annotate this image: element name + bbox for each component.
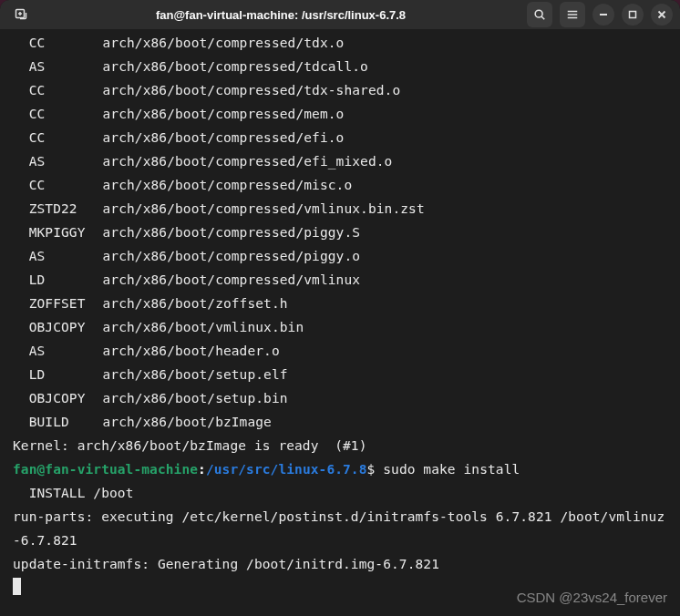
kernel-ready-line: Kernel: arch/x86/boot/bzImage is ready (… bbox=[13, 434, 667, 457]
build-tag: OBJCOPY bbox=[29, 315, 95, 339]
build-output-line: BUILD arch/x86/boot/bzImage bbox=[13, 410, 667, 434]
build-output-line: AS arch/x86/boot/compressed/efi_mixed.o bbox=[13, 149, 667, 173]
output-line: INSTALL /boot bbox=[13, 481, 667, 505]
hamburger-menu-button[interactable] bbox=[560, 2, 585, 27]
prompt-sep: $ bbox=[367, 462, 384, 477]
build-tag: CC bbox=[29, 31, 95, 55]
build-path: arch/x86/boot/compressed/misc.o bbox=[103, 178, 353, 192]
build-output-line: OBJCOPY arch/x86/boot/setup.bin bbox=[13, 386, 667, 410]
build-output-line: AS arch/x86/boot/header.o bbox=[13, 339, 667, 363]
build-output-line: ZSTD22 arch/x86/boot/compressed/vmlinux.… bbox=[13, 197, 667, 221]
build-output-line: AS arch/x86/boot/compressed/tdcall.o bbox=[13, 55, 667, 78]
cursor-line bbox=[13, 576, 667, 600]
output-line: run-parts: executing /etc/kernel/postins… bbox=[13, 505, 667, 552]
minimize-button[interactable] bbox=[592, 4, 614, 26]
build-tag: AS bbox=[29, 149, 95, 173]
cursor-icon bbox=[13, 578, 21, 595]
titlebar: fan@fan-virtual-machine: /usr/src/linux-… bbox=[0, 0, 680, 29]
build-path: arch/x86/boot/compressed/mem.o bbox=[103, 107, 345, 121]
build-path: arch/x86/boot/compressed/tdcall.o bbox=[103, 59, 368, 74]
build-output-line: AS arch/x86/boot/compressed/piggy.o bbox=[13, 244, 667, 268]
build-path: arch/x86/boot/compressed/tdx-shared.o bbox=[103, 83, 401, 98]
svg-rect-2 bbox=[630, 12, 636, 18]
build-path: arch/x86/boot/compressed/vmlinux.bin.zst bbox=[103, 201, 425, 216]
svg-point-1 bbox=[535, 10, 542, 17]
build-path: arch/x86/boot/compressed/efi.o bbox=[103, 130, 345, 145]
terminal-body[interactable]: CC arch/x86/boot/compressed/tdx.o AS arc… bbox=[0, 29, 680, 616]
window-title: fan@fan-virtual-machine: /usr/src/linux-… bbox=[40, 8, 521, 22]
build-path: arch/x86/boot/vmlinux.bin bbox=[103, 320, 304, 334]
build-path: arch/x86/boot/setup.bin bbox=[103, 391, 288, 406]
terminal-window: fan@fan-virtual-machine: /usr/src/linux-… bbox=[0, 0, 680, 616]
prompt-command: sudo make install bbox=[383, 462, 520, 477]
build-path: arch/x86/boot/compressed/efi_mixed.o bbox=[103, 154, 393, 169]
build-tag: ZSTD22 bbox=[29, 197, 95, 221]
build-output-line: LD arch/x86/boot/setup.elf bbox=[13, 363, 667, 386]
prompt-user: fan@fan-virtual-machine bbox=[13, 462, 198, 477]
build-output-line: CC arch/x86/boot/compressed/mem.o bbox=[13, 102, 667, 126]
build-path: arch/x86/boot/setup.elf bbox=[103, 367, 288, 382]
build-path: arch/x86/boot/compressed/vmlinux bbox=[103, 272, 361, 287]
build-tag: BUILD bbox=[29, 410, 95, 434]
maximize-button[interactable] bbox=[622, 4, 644, 26]
build-path: arch/x86/boot/header.o bbox=[103, 344, 280, 358]
build-output-line: CC arch/x86/boot/compressed/tdx-shared.o bbox=[13, 78, 667, 102]
build-tag: LD bbox=[29, 363, 95, 386]
build-path: arch/x86/boot/compressed/tdx.o bbox=[103, 36, 345, 50]
build-tag: AS bbox=[29, 244, 95, 268]
build-tag: AS bbox=[29, 55, 95, 78]
build-tag: LD bbox=[29, 268, 95, 292]
build-output-line: CC arch/x86/boot/compressed/tdx.o bbox=[13, 31, 667, 55]
build-path: arch/x86/boot/compressed/piggy.o bbox=[103, 249, 361, 263]
build-tag: MKPIGGY bbox=[29, 221, 95, 244]
build-output-line: ZOFFSET arch/x86/boot/zoffset.h bbox=[13, 292, 667, 315]
build-tag: ZOFFSET bbox=[29, 292, 95, 315]
build-tag: CC bbox=[29, 102, 95, 126]
search-button[interactable] bbox=[527, 2, 552, 27]
build-path: arch/x86/boot/bzImage bbox=[103, 415, 272, 429]
build-output-line: CC arch/x86/boot/compressed/misc.o bbox=[13, 173, 667, 197]
close-button[interactable] bbox=[651, 4, 673, 26]
prompt-colon: : bbox=[198, 462, 206, 477]
build-output-line: MKPIGGY arch/x86/boot/compressed/piggy.S bbox=[13, 221, 667, 244]
new-tab-button[interactable] bbox=[7, 4, 35, 26]
prompt-path: /usr/src/linux-6.7.8 bbox=[206, 462, 367, 477]
build-path: arch/x86/boot/compressed/piggy.S bbox=[103, 225, 361, 240]
build-tag: CC bbox=[29, 173, 95, 197]
build-output-line: OBJCOPY arch/x86/boot/vmlinux.bin bbox=[13, 315, 667, 339]
build-path: arch/x86/boot/zoffset.h bbox=[103, 296, 288, 311]
build-tag: CC bbox=[29, 78, 95, 102]
build-tag: AS bbox=[29, 339, 95, 363]
output-line: update-initramfs: Generating /boot/initr… bbox=[13, 552, 667, 576]
build-tag: CC bbox=[29, 126, 95, 149]
build-output-line: CC arch/x86/boot/compressed/efi.o bbox=[13, 126, 667, 149]
build-output-line: LD arch/x86/boot/compressed/vmlinux bbox=[13, 268, 667, 292]
build-tag: OBJCOPY bbox=[29, 386, 95, 410]
prompt-line: fan@fan-virtual-machine:/usr/src/linux-6… bbox=[13, 457, 667, 481]
